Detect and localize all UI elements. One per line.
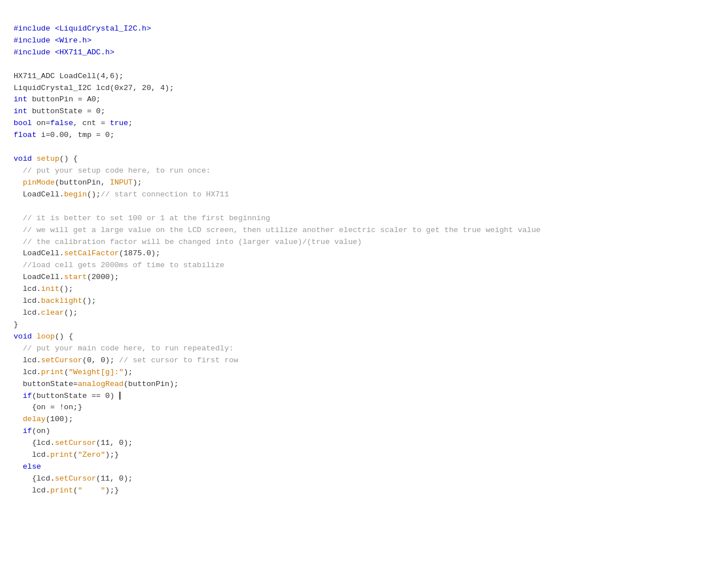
line-2: #include <Wire.h> <box>14 36 92 45</box>
line-19: // the calibration factor will be change… <box>14 238 362 246</box>
line-36: {lcd.setCursor(11, 0); <box>14 439 133 447</box>
line-8: int buttonState = 0; <box>14 107 105 115</box>
line-6: LiquidCrystal_I2C lcd(0x27, 20, 4); <box>14 84 174 92</box>
line-1: #include <LiquidCrystal_I2C.h> <box>14 24 151 33</box>
line-27: void loop() { <box>14 332 73 341</box>
line-34: delay(100); <box>14 415 73 423</box>
line-31: buttonState=analogRead(buttonPin); <box>14 380 179 388</box>
line-23: lcd.init(); <box>14 285 73 293</box>
line-29: lcd.setCursor(0, 0); // set cursor to fi… <box>14 356 238 365</box>
line-37: lcd.print("Zero");} <box>14 451 119 459</box>
line-39: {lcd.setCursor(11, 0); <box>14 474 133 483</box>
line-7: int buttonPin = A0; <box>14 95 101 104</box>
line-38: else <box>14 462 41 471</box>
line-17: // it is better to set 100 or 1 at the f… <box>14 214 270 222</box>
line-3: #include <HX711_ADC.h> <box>14 48 114 57</box>
line-33: {on = !on;} <box>14 403 83 412</box>
line-12: void setup() { <box>14 155 77 163</box>
line-15: LoadCell.begin();// start connection to … <box>14 190 229 199</box>
line-35: if(on) <box>14 427 50 435</box>
line-21: //load cell gets 2000ms of time to stabi… <box>14 261 225 269</box>
line-18: // we will get a large value on the LCD … <box>14 226 541 234</box>
line-14: pinMode(buttonPin, INPUT); <box>14 178 142 187</box>
line-30: lcd.print("Weight[g]:"); <box>14 368 133 376</box>
line-40: lcd.print(" ");} <box>14 486 119 495</box>
line-24: lcd.backlight(); <box>14 297 96 305</box>
line-32: if(buttonState == 0) <box>14 392 120 400</box>
line-28: // put your main code here, to run repea… <box>14 344 234 353</box>
line-9: bool on=false, cnt = true; <box>14 119 133 127</box>
line-5: HX711_ADC LoadCell(4,6); <box>14 72 123 80</box>
line-13: // put your setup code here, to run once… <box>14 166 210 175</box>
line-22: LoadCell.start(2000); <box>14 273 119 281</box>
code-editor[interactable]: #include <LiquidCrystal_I2C.h> #include … <box>14 11 714 509</box>
line-20: LoadCell.setCalFactor(1875.0); <box>14 249 160 258</box>
line-25: lcd.clear(); <box>14 308 77 317</box>
line-26: } <box>14 320 18 329</box>
line-10: float i=0.00, tmp = 0; <box>14 131 114 139</box>
